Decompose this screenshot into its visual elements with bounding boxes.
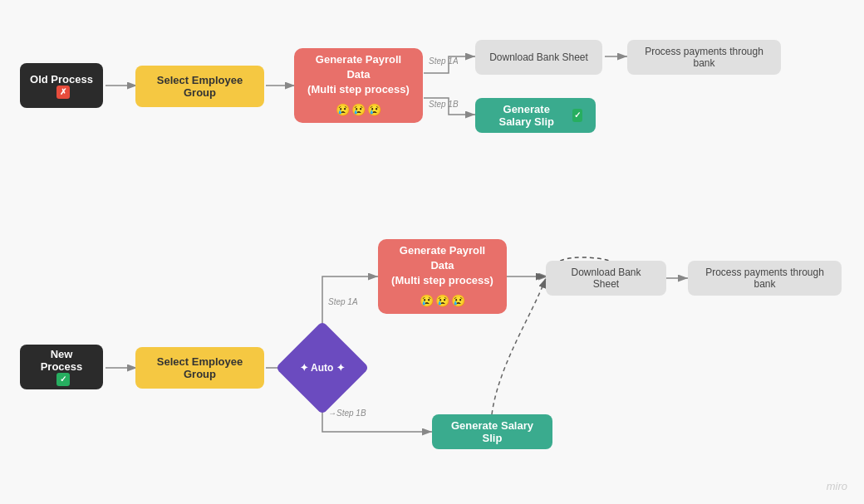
old-process-label: Old Process bbox=[30, 73, 93, 86]
generate-payroll-old: Generate Payroll Data (Multi step proces… bbox=[294, 48, 423, 123]
generate-salary-slip-old-label: Generate Salary Slip bbox=[488, 103, 564, 128]
generate-salary-slip-old: Generate Salary Slip ✓ bbox=[475, 98, 596, 133]
step-1b-new-label: →Step 1B bbox=[328, 409, 366, 418]
old-process-node: Old Process ✗ bbox=[20, 63, 103, 108]
select-employee-group-old: Select Employee Group bbox=[135, 66, 264, 107]
generate-payroll-old-line1: Generate Payroll Data bbox=[307, 52, 410, 82]
step-1b-old-label: Step 1B bbox=[429, 100, 459, 109]
select-employee-group-new-label: Select Employee Group bbox=[147, 355, 253, 380]
generate-payroll-new: Generate Payroll Data (Multi step proces… bbox=[378, 239, 507, 314]
new-process-node: New Process ✓ bbox=[20, 345, 103, 389]
generate-payroll-old-line2: (Multi step process) bbox=[307, 82, 410, 97]
select-employee-group-new: Select Employee Group bbox=[135, 347, 264, 389]
diagram-canvas: Old Process ✗ Select Employee Group Gene… bbox=[0, 0, 864, 504]
step-1a-old-label: Step 1A bbox=[429, 56, 459, 66]
process-payments-new: Process payments through bank bbox=[688, 261, 842, 296]
download-bank-sheet-new: Download Bank Sheet bbox=[546, 261, 666, 296]
download-bank-sheet-new-label: Download Bank Sheet bbox=[557, 267, 655, 290]
process-payments-new-label: Process payments through bank bbox=[700, 267, 830, 290]
download-bank-sheet-old: Download Bank Sheet bbox=[475, 40, 602, 75]
auto-diamond: ✦ Auto ✦ bbox=[275, 321, 369, 414]
old-process-badge: ✗ bbox=[56, 86, 70, 99]
process-payments-old-label: Process payments through bank bbox=[639, 46, 769, 69]
generate-payroll-new-line2: (Multi step process) bbox=[391, 273, 493, 288]
generate-payroll-new-emojis: 😢😢😢 bbox=[420, 293, 465, 310]
generate-salary-slip-new-label: Generate Salary Slip bbox=[445, 419, 539, 444]
auto-label: ✦ Auto ✦ bbox=[300, 362, 345, 374]
process-payments-old: Process payments through bank bbox=[627, 40, 781, 75]
step-1a-new-label: Step 1A bbox=[328, 297, 358, 306]
download-bank-sheet-old-label: Download Bank Sheet bbox=[489, 51, 588, 63]
generate-salary-slip-old-badge: ✓ bbox=[572, 109, 582, 122]
new-process-badge: ✓ bbox=[56, 373, 70, 386]
miro-label: miro bbox=[827, 480, 847, 492]
new-process-label: New Process bbox=[30, 348, 93, 373]
select-employee-group-old-label: Select Employee Group bbox=[147, 74, 253, 99]
generate-salary-slip-new: Generate Salary Slip bbox=[432, 414, 552, 449]
generate-payroll-new-line1: Generate Payroll Data bbox=[391, 243, 493, 273]
generate-payroll-old-emojis: 😢😢😢 bbox=[336, 102, 381, 119]
